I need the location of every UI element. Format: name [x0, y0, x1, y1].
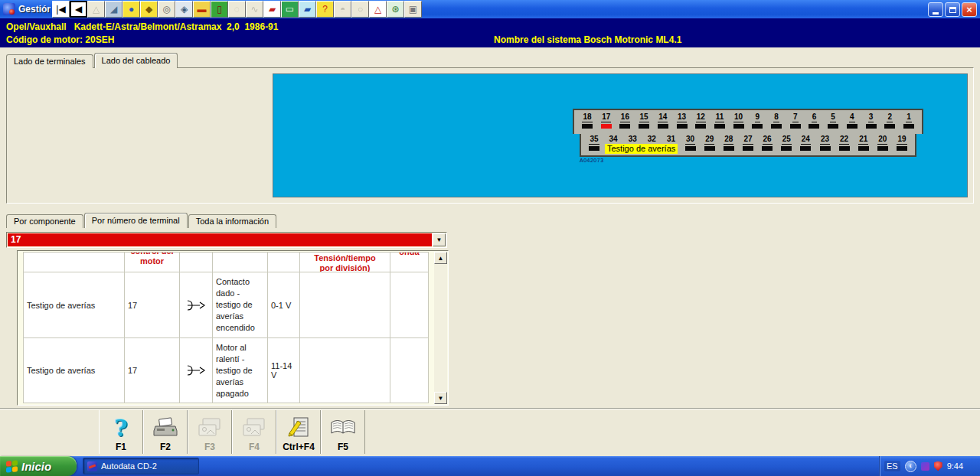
connector-pin-16[interactable]: 16 [618, 112, 632, 134]
connector-pin-29[interactable]: 29 [703, 135, 717, 155]
taskbar-task-autodata[interactable]: Autodata CD-2 [83, 458, 199, 474]
titlebar: Gestión |◀◀△◢●◆◎◈▬▯◌∿▰▭▰?◓○△⊛▣ × [0, 0, 980, 18]
connector-pin-14[interactable]: 14 [656, 112, 670, 134]
gears-icon[interactable]: ⊛ [387, 1, 404, 18]
table-header-waveform: onda [390, 253, 429, 272]
figure-code: A042073 [580, 158, 604, 163]
car-lift-icon[interactable]: ▭ [281, 1, 299, 18]
truck-icon[interactable]: ▬ [193, 1, 211, 18]
connector-pin-4[interactable]: 4 [845, 112, 859, 134]
taskbar-clock: 9:44 [947, 461, 963, 471]
terminal-select-value[interactable]: 17 [8, 233, 432, 246]
table-row-1-signal [300, 338, 390, 403]
connector-pin-20[interactable]: 20 [876, 135, 890, 155]
restore-button[interactable] [945, 2, 960, 17]
connector-pin-25[interactable]: 25 [779, 135, 793, 155]
terminal-select[interactable]: 17 ▼ [6, 232, 447, 248]
tab-por-componente[interactable]: Por componente [6, 214, 83, 228]
car-body-icon[interactable]: ▰ [263, 1, 281, 18]
connector-pin-23[interactable]: 23 [818, 135, 832, 155]
connector-pin-15[interactable]: 15 [637, 112, 651, 134]
window-controls: × [928, 2, 977, 17]
tab-por-numero-de-terminal[interactable]: Por número de terminal [84, 213, 188, 228]
ignition-system-icon[interactable]: ◆ [140, 1, 158, 18]
titlebar-toolbar: |◀◀△◢●◆◎◈▬▯◌∿▰▭▰?◓○△⊛▣ [52, 1, 422, 18]
connector-pin-27[interactable]: 27 [741, 135, 755, 155]
wheel-icon[interactable]: ◎ [158, 1, 175, 18]
connector-pin-1[interactable]: 1 [902, 112, 916, 134]
connector-pin-19[interactable]: 19 [895, 135, 909, 155]
connector-pin-24[interactable]: 24 [799, 135, 812, 155]
warning-icon: △ [87, 1, 105, 18]
connector-pin-30[interactable]: 30 [684, 135, 697, 155]
scroll-up-button[interactable]: ▲ [434, 252, 447, 264]
connector-pin-5[interactable]: 5 [826, 112, 840, 134]
spark-plug-icon[interactable]: ◈ [175, 1, 193, 18]
connector-pin-35[interactable]: 35 [587, 135, 601, 155]
connector-top-row: 181716151413121110987654321 [573, 109, 923, 134]
connector-pin-10[interactable]: 10 [732, 112, 746, 134]
table-header-component [24, 253, 125, 272]
connector-pin-28[interactable]: 28 [722, 135, 736, 155]
pictures-icon [241, 413, 267, 442]
system-name: Nombre del sistema Bosch Motronic ML4.1 [494, 34, 681, 45]
pictures-icon [197, 413, 223, 442]
f2-print-button[interactable]: F2 [143, 410, 188, 454]
table-header-condition [213, 253, 268, 272]
tab-lado-de-terminales[interactable]: Lado de terminales [6, 54, 93, 68]
terminal-table: control del motor Tensión/tiempo por div… [23, 252, 429, 403]
close-button[interactable]: × [962, 2, 977, 17]
door-panel-icon[interactable]: ▯ [211, 1, 228, 18]
table-scrollbar[interactable]: ▲ ▼ [434, 252, 447, 404]
car-key-icon[interactable]: ▰ [299, 1, 316, 18]
start-button[interactable]: Inicio [0, 456, 77, 476]
connector-pin-18[interactable]: 18 [580, 112, 594, 134]
f5-book-button[interactable]: F5 [321, 410, 365, 454]
table-row-0-component: Testigo de averías [24, 272, 125, 338]
connector-pin-21[interactable]: 21 [857, 135, 871, 155]
table-row-0-waveform [390, 272, 429, 338]
terminal-table-panel: control del motor Tensión/tiempo por div… [17, 250, 449, 406]
connector-pin-9[interactable]: 9 [750, 112, 764, 134]
hide-icons-chevron[interactable]: ‹ [905, 461, 916, 472]
table-row-1-waveform [390, 338, 429, 403]
connector-pin-12[interactable]: 12 [694, 112, 707, 134]
table-row-0-value: 0-1 V [268, 272, 300, 338]
connector-pin-17[interactable]: 17 [599, 112, 613, 134]
connector-pin-2[interactable]: 2 [883, 112, 897, 134]
service-schedule-icon[interactable]: ● [122, 1, 140, 18]
security-shield-icon[interactable] [934, 461, 942, 471]
function-bar: ? F1 F2 F3 [99, 410, 365, 454]
info-tabs: Por componente Por número de terminal To… [6, 214, 277, 228]
tab-toda-la-informacion[interactable]: Toda la información [188, 214, 276, 228]
connector-pin-13[interactable]: 13 [675, 112, 689, 134]
language-indicator[interactable]: ES [884, 461, 900, 471]
connector-pin-22[interactable]: 22 [838, 135, 851, 155]
monitor-icon[interactable]: ▣ [404, 1, 422, 18]
tab-lado-del-cableado[interactable]: Lado del cableado [94, 53, 178, 68]
connector-pin-7[interactable]: 7 [789, 112, 802, 134]
table-header-signal: Tensión/tiempo por división) [300, 253, 390, 272]
window-title: Gestión [18, 4, 51, 15]
f3-pictures-button: F3 [188, 410, 232, 454]
nav-back-icon[interactable]: ◀ [70, 1, 87, 18]
divider [0, 408, 980, 409]
abs-warning-icon[interactable]: △ [369, 1, 387, 18]
f1-help-button[interactable]: ? F1 [99, 410, 143, 454]
table-row-1-component: Testigo de averías [24, 338, 125, 403]
ctrl-f4-edit-button[interactable]: Ctrl+F4 [276, 410, 321, 454]
technical-data-icon[interactable]: ◢ [105, 1, 122, 18]
connector-pin-8[interactable]: 8 [769, 112, 783, 134]
nav-first-icon[interactable]: |◀ [52, 1, 70, 18]
connector-pin-6[interactable]: 6 [807, 112, 821, 134]
connector-pin-26[interactable]: 26 [760, 135, 774, 155]
help-truck-icon[interactable]: ? [316, 1, 334, 18]
connector-pin-3[interactable]: 3 [864, 112, 878, 134]
minimize-button[interactable] [928, 2, 943, 17]
table-header-symbol [180, 253, 213, 272]
connector-pin-11[interactable]: 11 [713, 112, 727, 134]
terminal-select-dropdown-button[interactable]: ▼ [433, 233, 446, 246]
taskbar: Inicio Autodata CD-2 ES ‹ 9:44 [0, 456, 980, 476]
scroll-down-button[interactable]: ▼ [434, 392, 447, 404]
tray-app-icon[interactable] [921, 462, 929, 471]
